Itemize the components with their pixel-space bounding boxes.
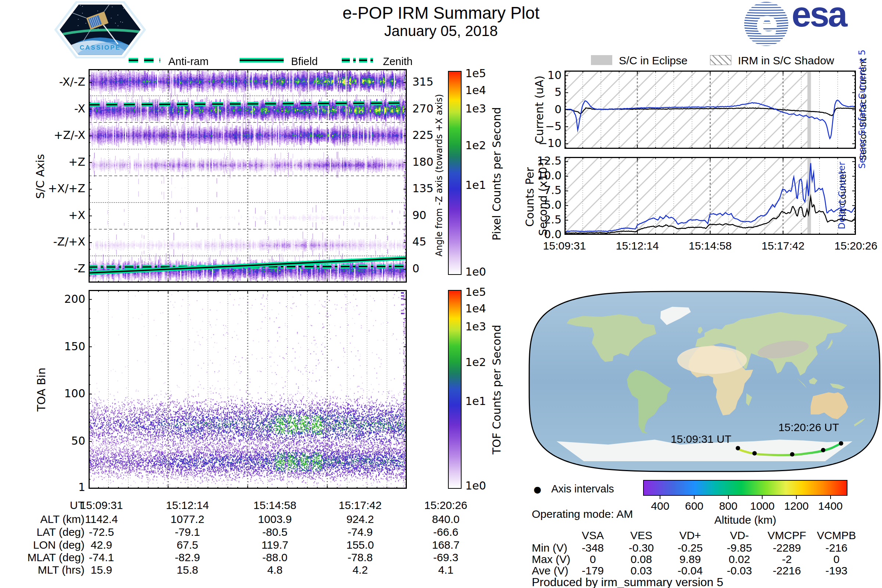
toa-spectrogram-canvas <box>88 290 407 489</box>
zenith-legend-label: Zenith <box>383 56 413 68</box>
cassiope-mission-patch: CASSIOPE <box>53 0 147 60</box>
ephemeris-cell: 1077.2 <box>153 513 222 525</box>
voltage-cell: -348 <box>567 542 618 554</box>
voltage-cell: -0.30 <box>616 542 667 554</box>
ephemeris-cell: 42.9 <box>66 539 136 551</box>
eclipse-legend-label: S/C in Eclipse <box>619 54 688 67</box>
esa-logo: esa <box>743 1 879 48</box>
voltage-cell: -193 <box>811 564 862 577</box>
epop-irm-summary-figure: CASSIOPE e-POP IRM Summary Plot January … <box>0 0 882 588</box>
spec1-angle-tick-label: 315 <box>412 75 446 88</box>
altitude-tick-mark <box>728 496 729 499</box>
spec1-angle-title: Angle from -Z axis (towards +X axis) <box>434 91 445 260</box>
ephemeris-cell: -72.5 <box>66 526 136 538</box>
voltage-cell: -2 <box>761 553 813 566</box>
anti-ram-legend-label: Anti-ram <box>168 56 209 68</box>
pixel-colorbar-label: Pixel Counts per Second <box>490 104 504 244</box>
bfield-legend-label: Bfield <box>291 56 318 68</box>
altitude-colorbar <box>643 480 848 496</box>
ephemeris-cell: -66.6 <box>411 526 481 538</box>
spec1-angle-tick-label: 0 <box>412 262 446 275</box>
tof-colorbar-label: TOF Counts per Second <box>490 320 504 459</box>
time-tick-label: 15:17:42 <box>748 240 818 252</box>
ephemeris-cell: 4.8 <box>240 564 310 576</box>
time-tick-label: 15:14:58 <box>675 240 745 252</box>
spec1-row-label: -Z/+X <box>15 235 85 248</box>
voltage-column-header: VES <box>616 529 667 542</box>
altitude-tick-mark <box>762 496 763 499</box>
ephemeris-cell: 15:17:42 <box>325 499 395 512</box>
ephemeris-cell: 15:20:26 <box>411 499 481 512</box>
esa-globe-icon <box>743 1 789 47</box>
counts-ytick-label: 7.5 <box>525 184 561 196</box>
zenith-line-icon <box>342 57 374 63</box>
shadow-legend-label: IRM in S/C Shadow <box>738 54 834 67</box>
voltage-cell: -9.85 <box>714 542 765 554</box>
ephemeris-cell: -88.0 <box>240 551 310 564</box>
axis-intervals-dot-icon: ● <box>534 484 542 495</box>
voltage-cell: -0.03 <box>714 564 765 577</box>
spec1-row-label: +Z/-X <box>15 129 85 141</box>
tof-colorbar-tick-label: 1e4 <box>465 302 498 315</box>
voltage-cell: -0.04 <box>664 564 716 577</box>
pixel-colorbar <box>448 71 462 275</box>
counts-ytick-label: 0.0 <box>525 228 561 241</box>
spec1-row-label: -Z <box>15 262 85 275</box>
spec1-row-label: +Z <box>15 156 85 168</box>
spec2-ytick-label: 50 <box>44 434 85 447</box>
shadow-legend: S/C in Eclipse IRM in S/C Shadow <box>588 52 878 68</box>
altitude-tick-mark <box>694 496 694 499</box>
ephemeris-cell: -80.5 <box>240 526 310 538</box>
altitude-label: Altitude (km) <box>672 514 819 526</box>
spec2-ytick-label: 1 <box>44 481 85 494</box>
altitude-tick-mark <box>660 496 660 499</box>
voltage-cell: -216 <box>811 542 862 554</box>
page-date: January 05, 2018 <box>257 23 625 39</box>
counts-ytick-label: 2.5 <box>525 213 561 226</box>
current-ytick-label: 5 <box>525 86 561 99</box>
voltage-column-header: VCMPB <box>811 529 862 542</box>
esa-wordmark: esa <box>792 0 846 34</box>
spec1-row-label: +X <box>15 209 85 222</box>
spec1-row-label: -X/-Z <box>15 75 85 88</box>
ephemeris-cell: -74.9 <box>325 526 395 538</box>
produced-by-footer: Produced by irm_summary version 5 <box>532 576 723 588</box>
current-right-label-blue: Sensor Surface Current x 5 <box>857 48 867 170</box>
altitude-tick-mark <box>830 496 831 499</box>
altitude-tick-label: 1400 <box>808 500 853 512</box>
ephemeris-cell: -82.9 <box>153 551 222 564</box>
ephemeris-cell: -79.1 <box>153 526 222 538</box>
voltage-cell: 0 <box>567 553 618 566</box>
ephemeris-cell: -78.8 <box>325 551 395 564</box>
voltage-cell: -0.25 <box>664 542 716 554</box>
tof-colorbar <box>448 290 462 489</box>
spec2-ytick-label: 150 <box>44 340 85 353</box>
ephemeris-cell: 1142.4 <box>66 513 136 525</box>
current-ytick-label: −5 <box>525 120 561 133</box>
ephemeris-cell: 15:12:14 <box>153 499 222 512</box>
current-ytick-label: 0 <box>525 103 561 116</box>
voltage-cell: -2289 <box>761 542 813 554</box>
bfield-line-icon <box>240 57 284 63</box>
voltage-cell: -179 <box>567 564 618 577</box>
pixel-colorbar-tick-label: 1e0 <box>465 266 498 278</box>
sc-axis-spectrogram-canvas <box>88 69 407 283</box>
voltage-column-header: VMCPF <box>761 529 813 542</box>
cassiope-patch-label: CASSIOPE <box>64 44 137 51</box>
counts-plot-canvas <box>564 157 856 235</box>
axis-intervals-label: Axis intervals <box>551 483 614 495</box>
ephemeris-cell: 15.8 <box>153 564 222 576</box>
spec2-ytick-label: 100 <box>44 387 85 400</box>
counts-right-label-blue: Detect Counter <box>837 159 847 232</box>
altitude-tick-mark <box>796 496 797 499</box>
track-start-label: 15:09:31 UT <box>658 433 731 446</box>
voltage-cell: 9.89 <box>664 553 716 566</box>
shadow-swatch-icon <box>710 55 731 65</box>
ephemeris-cell: 155.0 <box>325 539 395 551</box>
ephemeris-cell: 168.7 <box>411 539 481 551</box>
tof-colorbar-tick-label: 1e5 <box>465 285 498 298</box>
voltage-cell: 0 <box>811 553 862 566</box>
ephemeris-cell: 15:14:58 <box>240 499 310 512</box>
ephemeris-cell: 15.9 <box>66 564 136 576</box>
spec1-row-label: +X/+Z <box>15 182 85 195</box>
